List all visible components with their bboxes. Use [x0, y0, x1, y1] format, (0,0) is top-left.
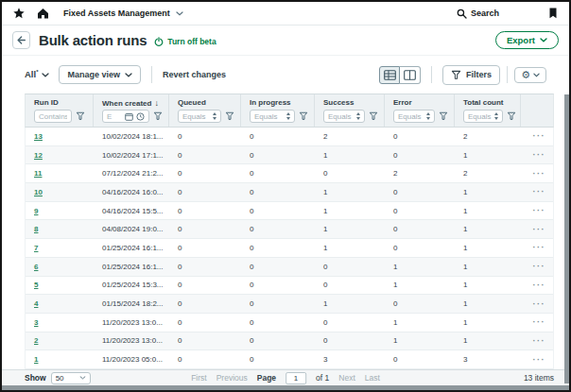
- page-header: Bulk action runs Turn off beta Export: [2, 26, 569, 56]
- total-count-cell: 1: [455, 332, 521, 350]
- run-id-link[interactable]: 12: [34, 151, 43, 160]
- run-id-filter-input[interactable]: [34, 110, 72, 123]
- row-actions-button[interactable]: ···: [533, 169, 546, 179]
- run-id-link[interactable]: 1: [34, 355, 38, 364]
- run-id-link[interactable]: 3: [34, 318, 38, 327]
- pagination-next[interactable]: Next: [338, 373, 355, 383]
- in-progress-filter-operator[interactable]: Equals: [250, 110, 295, 123]
- table-header-row: Run ID When created↓ E: [25, 94, 554, 128]
- pagination-last[interactable]: Last: [365, 373, 380, 383]
- column-header-in-progress[interactable]: In progress Equals: [241, 94, 315, 127]
- run-id-link[interactable]: 8: [34, 225, 38, 233]
- filter-funnel-icon[interactable]: [225, 111, 234, 121]
- sort-desc-icon[interactable]: ↓: [154, 98, 159, 108]
- row-actions-button[interactable]: ···: [533, 187, 546, 196]
- beta-toggle[interactable]: Turn off beta: [154, 37, 216, 46]
- calendar-icon[interactable]: [125, 112, 133, 121]
- actions-cell: ···: [521, 314, 553, 332]
- in-progress-cell: 0: [241, 332, 315, 350]
- run-id-link[interactable]: 6: [34, 263, 38, 271]
- row-actions-button[interactable]: ···: [533, 225, 546, 234]
- total-count-cell: 1: [455, 146, 521, 164]
- filter-funnel-icon[interactable]: [507, 111, 516, 121]
- favorites-star-icon[interactable]: [13, 8, 25, 19]
- table-view-toggle[interactable]: [379, 66, 400, 84]
- queued-cell: 0: [169, 202, 241, 220]
- queued-filter-operator[interactable]: Equals: [178, 110, 221, 123]
- row-actions-button[interactable]: ···: [533, 355, 546, 365]
- success-cell: 3: [315, 350, 385, 368]
- actions-cell: ···: [521, 128, 553, 145]
- revert-changes-link[interactable]: Revert changes: [163, 70, 226, 79]
- run-id-link[interactable]: 4: [34, 299, 38, 308]
- row-actions-button[interactable]: ···: [533, 299, 546, 309]
- filters-button[interactable]: Filters: [442, 65, 500, 85]
- home-icon[interactable]: [37, 8, 49, 19]
- toolbar-right-group: Filters ⚙: [379, 65, 546, 85]
- run-id-link[interactable]: 9: [34, 207, 38, 215]
- page-size-select[interactable]: 50: [51, 372, 91, 384]
- vertical-scrollbar[interactable]: [564, 94, 569, 383]
- filter-funnel-icon[interactable]: [439, 111, 448, 121]
- horizontal-scrollbar[interactable]: [2, 385, 569, 390]
- row-actions-button[interactable]: ···: [533, 206, 546, 215]
- column-header-when-created[interactable]: When created↓ E: [94, 94, 169, 127]
- queued-cell: 0: [169, 277, 241, 295]
- filter-funnel-icon[interactable]: [299, 111, 308, 121]
- bookmark-icon[interactable]: [548, 8, 558, 19]
- table-row: 7 01/25/2024 16:1... 0 0 1 0 1 ···: [26, 239, 553, 258]
- column-label: Queued: [178, 98, 206, 107]
- in-progress-cell: 0: [241, 128, 315, 145]
- back-button[interactable]: [12, 31, 30, 49]
- view-selector-dropdown[interactable]: All*: [25, 69, 49, 79]
- pagination: First Previous Page of 1 Next Last: [191, 372, 380, 384]
- success-filter-operator[interactable]: Equals: [323, 110, 365, 123]
- run-id-cell: 9: [26, 202, 94, 220]
- search-label: Search: [471, 9, 499, 18]
- row-actions-button[interactable]: ···: [533, 131, 546, 141]
- column-header-success[interactable]: Success Equals: [315, 94, 385, 127]
- run-id-link[interactable]: 11: [34, 169, 42, 178]
- actions-cell: ···: [521, 295, 553, 313]
- row-actions-button[interactable]: ···: [533, 262, 546, 271]
- run-id-cell: 13: [26, 128, 94, 145]
- in-progress-cell: 0: [241, 350, 315, 368]
- run-id-link[interactable]: 7: [34, 244, 38, 252]
- pagination-previous[interactable]: Previous: [216, 373, 248, 383]
- when-created-filter-input[interactable]: E: [102, 110, 149, 123]
- run-id-link[interactable]: 5: [34, 281, 38, 289]
- column-view-toggle[interactable]: [400, 66, 421, 84]
- filter-funnel-icon[interactable]: [153, 111, 163, 121]
- column-header-error[interactable]: Error Equals: [385, 94, 455, 127]
- manage-view-button[interactable]: Manage view: [59, 65, 141, 84]
- row-actions-button[interactable]: ···: [533, 243, 546, 252]
- error-cell: 0: [385, 295, 455, 313]
- clock-icon[interactable]: [136, 112, 145, 121]
- run-id-link[interactable]: 2: [34, 336, 38, 345]
- row-actions-button[interactable]: ···: [533, 336, 546, 346]
- page-number-input[interactable]: [286, 372, 306, 384]
- column-header-run-id[interactable]: Run ID: [26, 94, 94, 127]
- row-actions-button[interactable]: ···: [533, 150, 546, 160]
- actions-cell: ···: [521, 277, 553, 295]
- table-row: 10 04/16/2024 16:0... 0 0 1 0 1 ···: [26, 183, 553, 202]
- column-header-total-count[interactable]: Total count Equals: [455, 94, 521, 127]
- grid-settings-button[interactable]: ⚙: [514, 67, 546, 83]
- run-id-link[interactable]: 10: [34, 188, 43, 196]
- success-cell: 0: [315, 332, 385, 350]
- filter-funnel-icon[interactable]: [76, 111, 85, 121]
- queued-cell: 0: [169, 146, 241, 164]
- global-search[interactable]: Search: [457, 9, 499, 19]
- error-filter-operator[interactable]: Equals: [393, 110, 435, 123]
- run-id-link[interactable]: 13: [34, 132, 43, 141]
- column-header-queued[interactable]: Queued Equals: [169, 94, 241, 127]
- filter-funnel-icon[interactable]: [369, 111, 378, 121]
- export-button[interactable]: Export: [495, 31, 559, 49]
- row-actions-button[interactable]: ···: [533, 317, 546, 327]
- error-cell: 1: [385, 258, 455, 276]
- pagination-first[interactable]: First: [191, 373, 207, 383]
- app-menu-dropdown[interactable]: Fixed Assets Management: [63, 9, 183, 18]
- row-actions-button[interactable]: ···: [533, 281, 546, 290]
- run-id-cell: 5: [26, 277, 94, 295]
- total-count-filter-operator[interactable]: Equals: [463, 110, 503, 123]
